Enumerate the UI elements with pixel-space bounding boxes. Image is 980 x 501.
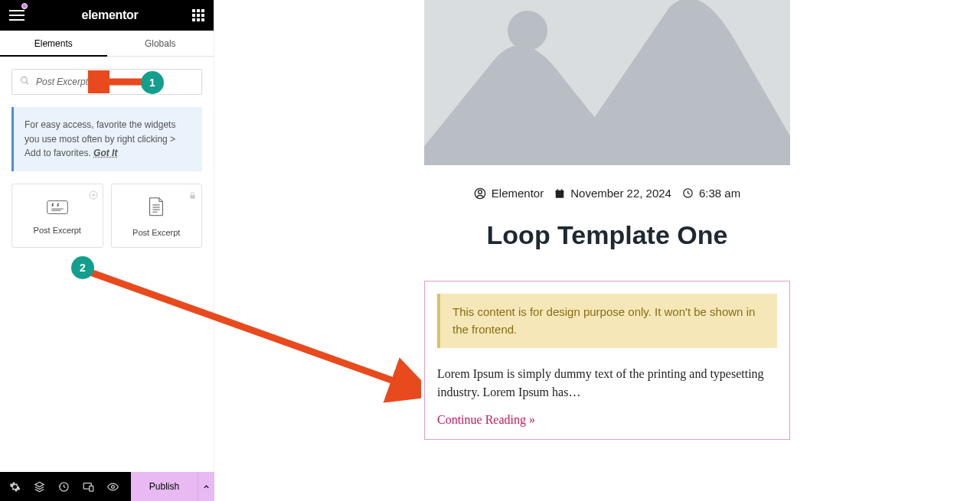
quote-icon — [47, 200, 68, 218]
editor-canvas[interactable]: Elementor November 22, 2024 6:38 am Loop… — [214, 0, 980, 501]
svg-rect-21 — [557, 189, 559, 191]
meta-time[interactable]: 6:38 am — [682, 187, 740, 200]
design-notice: This content is for design purpose only.… — [437, 294, 777, 348]
svg-rect-20 — [556, 190, 564, 192]
post-date: November 22, 2024 — [570, 187, 671, 200]
post-title[interactable]: Loop Template One — [424, 220, 790, 250]
brand-logo: elementor — [82, 8, 139, 22]
lock-icon — [188, 189, 197, 203]
publish-options[interactable] — [198, 472, 214, 501]
footer-icons — [0, 481, 128, 493]
meta-author[interactable]: Elementor — [474, 187, 544, 200]
widget-post-excerpt[interactable]: Post Excerpt — [11, 184, 103, 248]
settings-icon[interactable] — [9, 481, 21, 493]
meta-date[interactable]: November 22, 2024 — [554, 187, 671, 200]
history-icon[interactable] — [58, 481, 70, 493]
tab-elements[interactable]: Elements — [0, 31, 107, 56]
svg-line-1 — [26, 82, 28, 84]
svg-point-18 — [478, 190, 482, 194]
notification-dot — [21, 3, 28, 9]
svg-rect-13 — [90, 486, 93, 491]
clock-icon — [682, 187, 694, 199]
widget-list: Post Excerpt Post Excerpt — [0, 184, 214, 248]
tab-globals[interactable]: Globals — [107, 31, 214, 56]
annotation-badge-1: 1 — [141, 71, 164, 94]
user-icon — [474, 187, 486, 200]
svg-point-16 — [508, 11, 547, 50]
document-icon — [148, 197, 165, 220]
excerpt-text: Lorem Ipsum is simply dummy text of the … — [437, 365, 777, 403]
panel-header: elementor — [0, 0, 214, 31]
fav-icon — [89, 189, 98, 203]
continue-reading-link[interactable]: Continue Reading » — [437, 413, 535, 427]
apps-icon[interactable] — [192, 9, 204, 21]
widget-label: Post Excerpt — [34, 226, 81, 235]
calendar-icon — [554, 188, 565, 199]
post-meta: Elementor November 22, 2024 6:38 am — [424, 187, 790, 200]
search-icon — [20, 75, 30, 89]
post-time: 6:38 am — [699, 187, 740, 200]
svg-rect-22 — [561, 189, 563, 191]
svg-rect-4 — [47, 200, 67, 213]
panel-footer: Publish — [0, 472, 214, 501]
preview-icon[interactable] — [107, 481, 119, 493]
responsive-icon[interactable] — [83, 481, 94, 493]
navigator-icon[interactable] — [34, 481, 45, 493]
svg-point-3 — [92, 194, 94, 196]
widget-post-excerpt-pro[interactable]: Post Excerpt — [111, 184, 203, 248]
elementor-panel: elementor Elements Globals For easy acce… — [0, 0, 214, 501]
svg-rect-7 — [190, 195, 194, 199]
favorites-tip: For easy access, favorite the widgets yo… — [11, 107, 202, 171]
got-it-link[interactable]: Got It — [93, 148, 117, 158]
panel-tabs: Elements Globals — [0, 31, 214, 57]
svg-point-0 — [21, 77, 28, 83]
author-name: Elementor — [492, 187, 544, 200]
svg-point-14 — [112, 485, 115, 488]
search-input[interactable] — [36, 76, 194, 87]
publish-button[interactable]: Publish — [131, 472, 198, 501]
featured-image-placeholder[interactable] — [424, 0, 790, 165]
widget-label: Post Excerpt — [132, 228, 180, 237]
search-widget-box[interactable] — [11, 69, 202, 95]
annotation-badge-2: 2 — [71, 256, 94, 279]
post-excerpt-widget[interactable]: This content is for design purpose only.… — [424, 281, 790, 440]
